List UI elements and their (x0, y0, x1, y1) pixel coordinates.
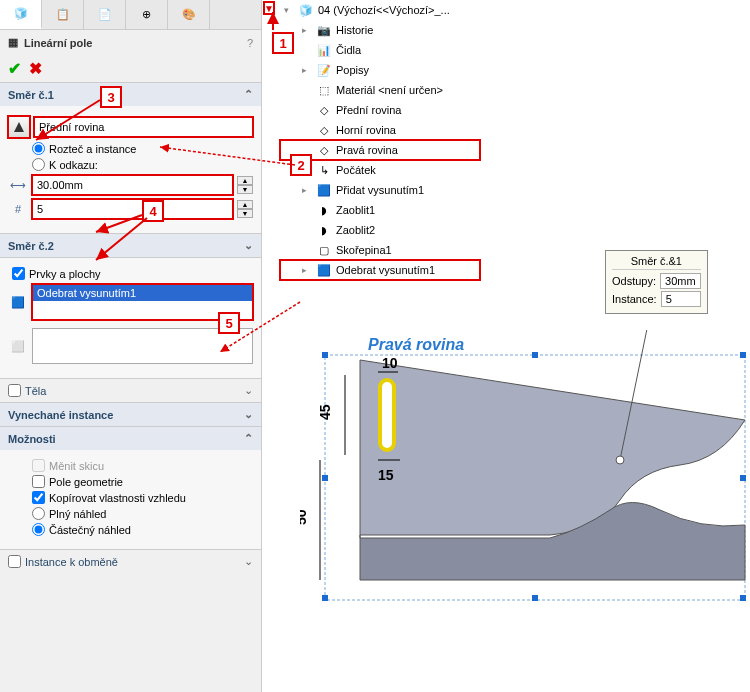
callout-1: 1 (272, 32, 294, 54)
graphics-viewport[interactable]: Pravá rovina 10 15 45 50 (300, 330, 750, 620)
tab-appearance[interactable]: 🎨 (168, 0, 210, 29)
section-header-bodies[interactable]: Těla ⌄ (0, 379, 261, 402)
label-partial-preview: Částečný náhled (49, 524, 131, 536)
section-header-dir2[interactable]: Směr č.2 ⌄ (0, 234, 261, 257)
origin-icon: ↳ (316, 164, 332, 177)
label-vary-sketch: Měnit skicu (49, 460, 104, 472)
check-bodies[interactable] (8, 384, 21, 397)
feature-tree: ▾🧊04 (Výchozí<<Výchozí>_... ▸📷Historie 📊… (280, 0, 480, 280)
plane-icon: ◇ (316, 124, 332, 137)
chevron-up-icon: ⌃ (244, 88, 253, 101)
part-render: 10 15 45 50 (300, 330, 750, 620)
check-copy-visual[interactable] (32, 491, 45, 504)
tree-material[interactable]: ⬚Materiál <není určen> (280, 80, 480, 100)
help-button[interactable]: ? (247, 37, 253, 49)
svg-rect-12 (322, 352, 328, 358)
tree-shell1[interactable]: ▢Skořepina1 (280, 240, 480, 260)
tab-feature[interactable]: 🧊 (0, 0, 42, 29)
label-geom-pattern: Pole geometrie (49, 476, 123, 488)
radio-partial-preview[interactable] (32, 523, 45, 536)
ok-button[interactable]: ✔ (8, 59, 21, 78)
svg-rect-15 (322, 475, 328, 481)
dim-50: 50 (300, 509, 309, 525)
section-skipped: Vynechané instance ⌄ (0, 402, 261, 426)
reverse-icon (11, 119, 27, 135)
flyout-tree-toggle[interactable]: ▼ (264, 2, 274, 14)
check-features-label: Prvky a plochy (29, 268, 101, 280)
target-icon: ⊕ (142, 8, 151, 21)
spacing-spinner[interactable]: ▲▼ (237, 176, 253, 194)
callout-3: 3 (100, 86, 122, 108)
property-panel: 🧊 📋 📄 ⊕ 🎨 ▦ Lineární pole ? ✔ ✖ Směr č.1… (0, 0, 262, 692)
callout-count-label: Instance: (612, 293, 657, 305)
callout-5: 5 (218, 312, 240, 334)
check-features-faces[interactable] (12, 267, 25, 280)
plane-icon: ◇ (316, 144, 332, 157)
radio-pitch-label: Rozteč a instance (49, 143, 136, 155)
section-header-dir1[interactable]: Směr č.1 ⌃ (0, 83, 261, 106)
check-instances-vary[interactable] (8, 555, 21, 568)
tree-extrude1[interactable]: ▸🟦Přidat vysunutím1 (280, 180, 480, 200)
history-icon: 📷 (316, 24, 332, 37)
radio-to-reference[interactable] (32, 158, 45, 171)
tab-config[interactable]: ⊕ (126, 0, 168, 29)
direction-input[interactable] (34, 117, 253, 137)
panel-tabs: 🧊 📋 📄 ⊕ 🎨 (0, 0, 261, 30)
count-input[interactable] (32, 199, 233, 219)
tree-icon: 📋 (56, 8, 70, 21)
callout-2: 2 (290, 154, 312, 176)
label-full-preview: Plný náhled (49, 508, 107, 520)
section-header-instances-vary[interactable]: Instance k obměně ⌄ (0, 550, 261, 573)
dim-45: 45 (317, 404, 333, 420)
tree-root[interactable]: ▾🧊04 (Výchozí<<Výchozí>_... (280, 0, 480, 20)
svg-rect-17 (322, 595, 328, 601)
svg-rect-16 (740, 475, 746, 481)
chevron-down-icon: ⌄ (244, 239, 253, 252)
tree-sensors[interactable]: 📊Čidla (280, 40, 480, 60)
tab-design-tree[interactable]: 📋 (42, 0, 84, 29)
section-title: Těla (25, 385, 46, 397)
cut-extrude-icon: 🟦 (316, 264, 332, 277)
radio-full-preview[interactable] (32, 507, 45, 520)
radio-pitch-instance[interactable] (32, 142, 45, 155)
tree-fillet2[interactable]: ◗Zaoblit2 (280, 220, 480, 240)
confirm-row: ✔ ✖ (0, 55, 261, 82)
svg-rect-18 (532, 595, 538, 601)
spacing-input[interactable] (32, 175, 233, 195)
tree-cut-extrude1[interactable]: ▸🟦Odebrat vysunutím1 (280, 260, 480, 280)
section-bodies: Těla ⌄ (0, 378, 261, 402)
callout-4: 4 (142, 200, 164, 222)
tree-annotations[interactable]: ▸📝Popisy (280, 60, 480, 80)
linear-pattern-icon: ▦ (8, 36, 18, 49)
section-header-options[interactable]: Možnosti ⌃ (0, 427, 261, 450)
section-options: Možnosti ⌃ Měnit skicu Pole geometrie Ko… (0, 426, 261, 549)
plane-icon: ◇ (316, 104, 332, 117)
tab-properties[interactable]: 📄 (84, 0, 126, 29)
check-geom-pattern[interactable] (32, 475, 45, 488)
callout-count-input[interactable] (661, 291, 701, 307)
label-copy-visual: Kopírovat vlastnosti vzhledu (49, 492, 186, 504)
tree-front-plane[interactable]: ◇Přední rovina (280, 100, 480, 120)
tree-fillet1[interactable]: ◗Zaoblit1 (280, 200, 480, 220)
feature-box-icon: 🟦 (8, 296, 28, 309)
section-direction-2: Směr č.2 ⌄ (0, 233, 261, 257)
tree-history[interactable]: ▸📷Historie (280, 20, 480, 40)
reverse-direction-button[interactable] (8, 116, 30, 138)
shell-icon: ▢ (316, 244, 332, 257)
triangle-down-icon: ▼ (264, 3, 274, 14)
fillet-icon: ◗ (316, 204, 332, 217)
cancel-button[interactable]: ✖ (29, 59, 42, 78)
count-spinner[interactable]: ▲▼ (237, 200, 253, 218)
face-box-icon: ⬜ (8, 340, 28, 353)
section-header-skipped[interactable]: Vynechané instance ⌄ (0, 403, 261, 426)
section-title: Směr č.1 (8, 89, 54, 101)
selected-feature[interactable]: Odebrat vysunutím1 (33, 285, 252, 301)
callout-spacing-input[interactable] (660, 273, 701, 289)
callout-title: Směr č.&1 (612, 255, 701, 270)
tree-top-plane[interactable]: ◇Horní rovina (280, 120, 480, 140)
pattern-callout-box[interactable]: Směr č.&1 Odstupy: Instance: (605, 250, 708, 314)
chevron-down-icon: ⌄ (244, 555, 253, 568)
feature-title: Lineární pole (24, 37, 92, 49)
section-title: Instance k obměně (25, 556, 118, 568)
dim-15: 15 (378, 467, 394, 483)
